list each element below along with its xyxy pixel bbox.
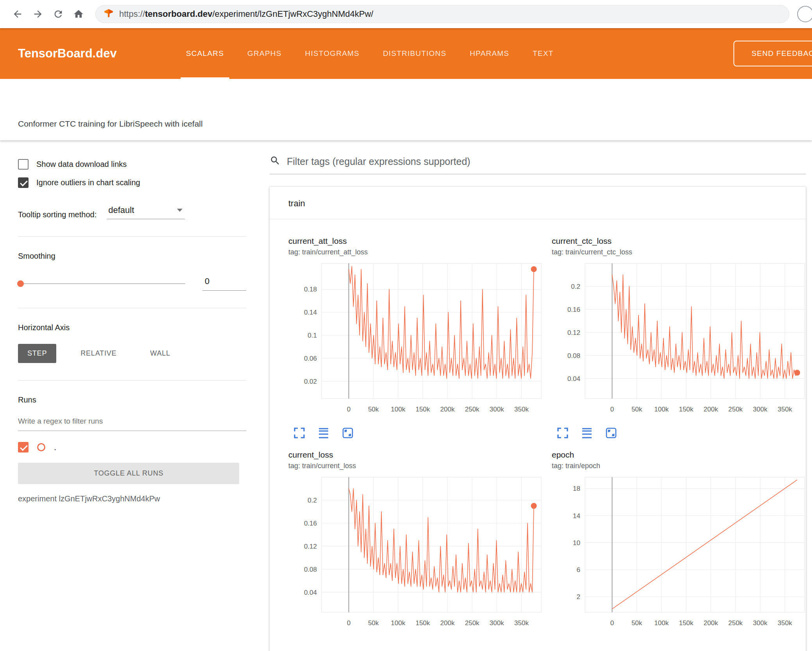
svg-text:100k: 100k xyxy=(654,406,669,413)
axis-button-wall[interactable]: WALL xyxy=(141,344,180,363)
run-color-swatch xyxy=(37,443,45,451)
toggle-all-runs-button[interactable]: TOGGLE ALL RUNS xyxy=(18,463,239,484)
svg-text:50k: 50k xyxy=(368,619,379,627)
show-download-links-row[interactable]: Show data download links xyxy=(18,159,246,170)
smoothing-slider[interactable] xyxy=(18,283,185,284)
chart-card: epoch tag: train/epoch 26101418050k100k1… xyxy=(552,450,810,651)
chart-plot[interactable]: 0.020.060.10.140.18050k100k150k200k250k3… xyxy=(288,261,546,419)
chart-toolbar xyxy=(288,419,546,448)
runs-label: Runs xyxy=(18,395,246,404)
svg-text:300k: 300k xyxy=(753,406,767,413)
svg-text:200k: 200k xyxy=(440,406,455,413)
fit-domain-icon[interactable] xyxy=(605,427,617,439)
svg-text:50k: 50k xyxy=(631,406,642,413)
svg-text:0.08: 0.08 xyxy=(567,352,580,359)
browser-chrome: https://tensorboard.dev/experiment/lzGnE… xyxy=(0,0,812,28)
address-bar[interactable]: https://tensorboard.dev/experiment/lzGnE… xyxy=(95,5,789,23)
tab-graphs[interactable]: GRAPHS xyxy=(236,28,293,79)
svg-text:0.06: 0.06 xyxy=(304,355,317,362)
svg-text:14: 14 xyxy=(573,512,580,520)
tab-hparams[interactable]: HPARAMS xyxy=(458,28,521,79)
url-scheme: https:// xyxy=(119,9,145,19)
log-scale-icon[interactable] xyxy=(317,427,330,439)
tab-text[interactable]: TEXT xyxy=(521,28,565,79)
runs-filter-input[interactable] xyxy=(18,415,246,431)
svg-text:350k: 350k xyxy=(778,619,792,627)
back-icon[interactable] xyxy=(9,5,27,23)
ignore-outliers-checkbox[interactable] xyxy=(18,177,29,188)
home-icon[interactable] xyxy=(70,5,88,23)
smoothing-slider-thumb[interactable] xyxy=(17,280,24,287)
smoothing-value-input[interactable] xyxy=(202,276,246,291)
search-icon xyxy=(270,155,281,168)
chart-tag: tag: train/current_loss xyxy=(288,462,546,470)
svg-text:150k: 150k xyxy=(679,406,693,413)
chevron-down-icon xyxy=(177,209,182,212)
ignore-outliers-label: Ignore outliers in chart scaling xyxy=(36,178,140,187)
svg-text:200k: 200k xyxy=(704,619,718,627)
svg-text:0: 0 xyxy=(610,406,614,413)
svg-text:0.16: 0.16 xyxy=(567,306,580,313)
svg-text:0: 0 xyxy=(347,619,351,627)
chart-tag: tag: train/epoch xyxy=(552,462,810,470)
svg-text:0.16: 0.16 xyxy=(304,520,317,527)
tab-histograms[interactable]: HISTOGRAMS xyxy=(293,28,371,79)
tooltip-sorting-select[interactable]: default xyxy=(107,204,185,219)
run-checkbox[interactable] xyxy=(18,442,29,452)
svg-text:150k: 150k xyxy=(679,619,693,627)
tag-group-card: train current_att_loss tag: train/curren… xyxy=(270,187,806,651)
svg-text:100k: 100k xyxy=(391,406,405,413)
axis-button-relative[interactable]: RELATIVE xyxy=(71,344,126,363)
run-name: . xyxy=(54,442,56,452)
experiment-subtitle: Conformer CTC training for LibriSpeech w… xyxy=(18,119,203,129)
chart-card: current_loss tag: train/current_loss 0.0… xyxy=(288,450,546,651)
svg-text:200k: 200k xyxy=(704,406,718,413)
svg-text:150k: 150k xyxy=(415,619,430,627)
log-scale-icon[interactable] xyxy=(581,427,593,439)
svg-text:0.04: 0.04 xyxy=(304,589,317,596)
chart-title: current_att_loss xyxy=(288,236,546,246)
tab-scalars[interactable]: SCALARS xyxy=(174,28,236,79)
expand-chart-icon[interactable] xyxy=(556,427,569,439)
svg-text:2: 2 xyxy=(577,593,580,601)
axis-button-step[interactable]: STEP xyxy=(18,344,56,363)
chart-plot[interactable]: 26101418050k100k150k200k250k300k350k xyxy=(552,475,810,633)
horizontal-axis-label: Horizontal Axis xyxy=(18,323,246,332)
svg-text:300k: 300k xyxy=(490,406,504,413)
svg-text:350k: 350k xyxy=(778,406,792,413)
svg-text:0.12: 0.12 xyxy=(304,543,317,550)
chart-plot[interactable]: 0.040.080.120.160.2050k100k150k200k250k3… xyxy=(288,475,546,633)
send-feedback-button[interactable]: SEND FEEDBACK xyxy=(733,41,812,66)
avatar[interactable] xyxy=(797,6,812,22)
tag-group-title[interactable]: train xyxy=(270,187,806,219)
chart-toolbar xyxy=(552,419,810,448)
svg-text:6: 6 xyxy=(577,566,580,574)
svg-text:50k: 50k xyxy=(368,406,379,413)
experiment-subtitle-bar: Conformer CTC training for LibriSpeech w… xyxy=(0,79,812,140)
show-download-links-label: Show data download links xyxy=(36,160,127,169)
svg-text:0.02: 0.02 xyxy=(304,378,317,385)
svg-text:0: 0 xyxy=(347,406,351,413)
expand-chart-icon[interactable] xyxy=(293,427,306,439)
svg-text:100k: 100k xyxy=(654,619,669,627)
chart-title: current_ctc_loss xyxy=(552,236,810,246)
nav-tabs: SCALARSGRAPHSHISTOGRAMSDISTRIBUTIONSHPAR… xyxy=(174,28,565,79)
chart-card: current_ctc_loss tag: train/current_ctc_… xyxy=(552,236,810,448)
tab-distributions[interactable]: DISTRIBUTIONS xyxy=(371,28,458,79)
ignore-outliers-row[interactable]: Ignore outliers in chart scaling xyxy=(18,177,246,188)
svg-text:300k: 300k xyxy=(753,619,767,627)
filter-tags-row[interactable] xyxy=(270,155,806,174)
forward-icon[interactable] xyxy=(29,5,47,23)
filter-tags-input[interactable] xyxy=(287,156,806,167)
smoothing-label: Smoothing xyxy=(18,252,246,261)
tensorboard-logo: TensorBoard.dev xyxy=(18,46,156,61)
url-host: tensorboard.dev xyxy=(145,9,212,19)
run-row[interactable]: . xyxy=(18,442,246,452)
svg-text:150k: 150k xyxy=(415,406,430,413)
charts-grid: current_att_loss tag: train/current_att_… xyxy=(270,219,806,651)
chart-plot[interactable]: 0.040.080.120.160.2050k100k150k200k250k3… xyxy=(552,261,810,419)
svg-text:0.14: 0.14 xyxy=(304,309,317,316)
show-download-links-checkbox[interactable] xyxy=(18,159,29,170)
fit-domain-icon[interactable] xyxy=(342,427,354,439)
reload-icon[interactable] xyxy=(49,5,67,23)
